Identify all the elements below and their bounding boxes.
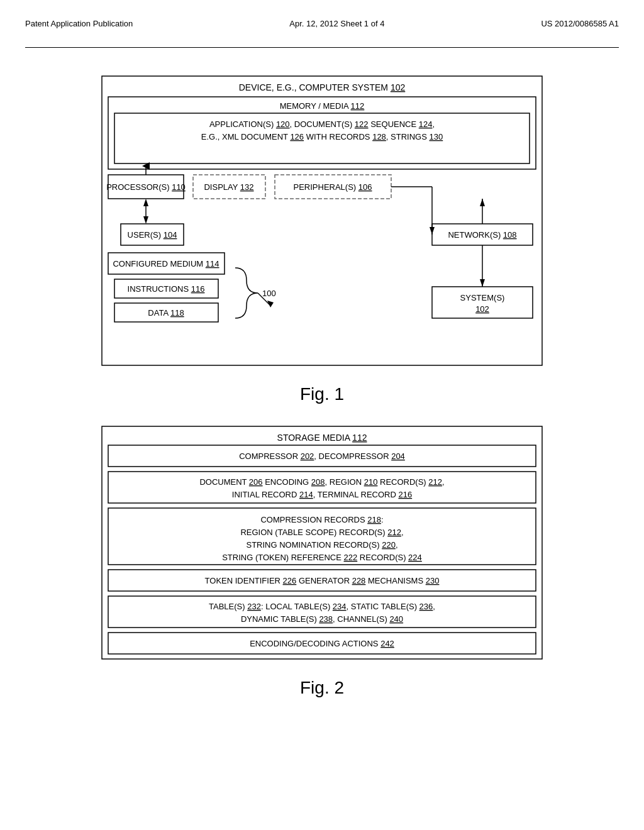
svg-text:INSTRUCTIONS 116: INSTRUCTIONS 116 xyxy=(128,284,205,294)
header-left: Patent Application Publication xyxy=(25,19,133,28)
fig1-diagram: DEVICE, E.G., COMPUTER SYSTEM 102 MEMORY… xyxy=(96,73,548,375)
svg-marker-15 xyxy=(143,199,148,206)
svg-text:SYSTEM(S): SYSTEM(S) xyxy=(460,293,505,302)
svg-text:DATA 118: DATA 118 xyxy=(148,308,184,318)
svg-text:TOKEN IDENTIFIER 226 GENERATOR: TOKEN IDENTIFIER 226 GENERATOR 228 MECHA… xyxy=(205,576,440,585)
header-center: Apr. 12, 2012 Sheet 1 of 4 xyxy=(289,19,384,28)
header-right: US 2012/0086585 A1 xyxy=(541,19,619,28)
svg-text:STRING NOMINATION RECORD(S) 22: STRING NOMINATION RECORD(S) 220, xyxy=(246,540,397,550)
svg-text:DEVICE, E.G., COMPUTER SYSTEM : DEVICE, E.G., COMPUTER SYSTEM 102 xyxy=(239,82,406,92)
svg-text:E.G., XML DOCUMENT 126 WITH RE: E.G., XML DOCUMENT 126 WITH RECORDS 128,… xyxy=(201,132,443,141)
svg-text:NETWORK(S) 108: NETWORK(S) 108 xyxy=(448,230,516,240)
svg-text:PROCESSOR(S) 110: PROCESSOR(S) 110 xyxy=(106,182,186,192)
svg-text:100: 100 xyxy=(262,289,276,298)
svg-text:CONFIGURED MEDIUM 114: CONFIGURED MEDIUM 114 xyxy=(113,259,219,268)
svg-text:DISPLAY 132: DISPLAY 132 xyxy=(204,182,253,192)
svg-text:MEMORY / MEDIA 112: MEMORY / MEDIA 112 xyxy=(280,101,365,111)
svg-text:COMPRESSOR 202, DECOMPRESSOR 2: COMPRESSOR 202, DECOMPRESSOR 204 xyxy=(239,451,405,461)
svg-marker-33 xyxy=(480,279,485,287)
svg-text:APPLICATION(S) 120, DOCUMENT(S: APPLICATION(S) 120, DOCUMENT(S) 122 SEQU… xyxy=(209,119,435,129)
svg-text:ENCODING/DECODING ACTIONS 242: ENCODING/DECODING ACTIONS 242 xyxy=(250,639,394,648)
svg-text:102: 102 xyxy=(475,304,489,314)
fig1-label: Fig. 1 xyxy=(300,384,344,404)
svg-marker-16 xyxy=(143,216,148,224)
svg-text:TABLE(S) 232: LOCAL TABLE(S) 2: TABLE(S) 232: LOCAL TABLE(S) 234, STATIC… xyxy=(209,602,435,611)
svg-marker-39 xyxy=(430,227,435,235)
svg-text:STRING (TOKEN) REFERENCE 222 R: STRING (TOKEN) REFERENCE 222 RECORD(S) 2… xyxy=(222,553,422,562)
svg-marker-31 xyxy=(480,199,485,206)
svg-text:USER(S) 104: USER(S) 104 xyxy=(128,230,177,240)
svg-text:REGION (TABLE SCOPE) RECORD(S): REGION (TABLE SCOPE) RECORD(S) 212, xyxy=(240,528,403,537)
fig2-label: Fig. 2 xyxy=(300,678,344,698)
svg-text:DYNAMIC TABLE(S) 238, CHANNEL(: DYNAMIC TABLE(S) 238, CHANNEL(S) 240 xyxy=(241,614,403,624)
svg-text:DOCUMENT 206 ENCODING 208, REG: DOCUMENT 206 ENCODING 208, REGION 210 RE… xyxy=(199,477,444,487)
svg-text:STORAGE MEDIA 112: STORAGE MEDIA 112 xyxy=(277,433,367,443)
svg-text:COMPRESSION RECORDS 218:: COMPRESSION RECORDS 218: xyxy=(260,515,383,524)
fig2-container: STORAGE MEDIA 112 COMPRESSOR 202, DECOMP… xyxy=(25,423,619,698)
page-header: Patent Application Publication Apr. 12, … xyxy=(25,13,619,48)
svg-text:PERIPHERAL(S) 106: PERIPHERAL(S) 106 xyxy=(293,182,372,192)
fig2-diagram: STORAGE MEDIA 112 COMPRESSOR 202, DECOMP… xyxy=(96,423,548,668)
fig1-container: DEVICE, E.G., COMPUTER SYSTEM 102 MEMORY… xyxy=(25,73,619,404)
svg-text:INITIAL RECORD 214, TERMINAL R: INITIAL RECORD 214, TERMINAL RECORD 216 xyxy=(232,490,412,499)
